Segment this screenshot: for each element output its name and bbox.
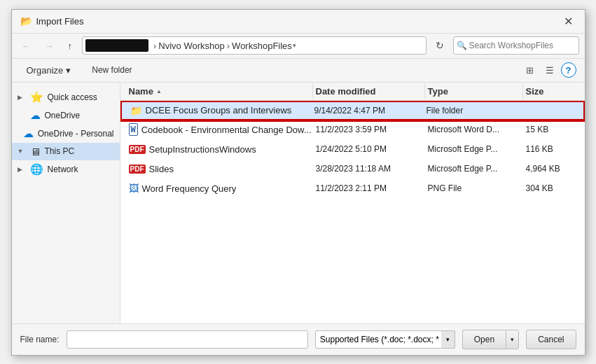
address-parts: › Nvivo Workshop › WorkshopFiles ▾ <box>85 39 423 52</box>
file-name-cell: W Codebook - Environmental Change Dow... <box>126 122 313 137</box>
header-name[interactable]: Name ▲ <box>126 84 313 99</box>
file-size-cell: 4,964 KB <box>523 162 579 175</box>
file-list: 📁 DCEE Focus Groups and Interviews 9/14/… <box>120 101 585 323</box>
onedrive-personal-icon: ☁ <box>23 127 34 140</box>
search-input[interactable] <box>469 41 576 50</box>
import-files-dialog: 📂 Import Files ✕ ← → ↑ › Nvivo Workshop … <box>11 9 585 356</box>
sidebar-item-label: OneDrive <box>45 111 81 120</box>
sidebar-item-label: Quick access <box>48 92 97 102</box>
open-button[interactable]: Open <box>462 330 506 349</box>
sidebar-item-onedrive-personal[interactable]: ☁ OneDrive - Personal <box>12 125 120 143</box>
close-button[interactable]: ✕ <box>561 13 576 29</box>
view-list-button[interactable]: ☰ <box>541 62 558 78</box>
file-name-cell: 📁 DCEE Focus Groups and Interviews <box>127 104 312 118</box>
refresh-button[interactable]: ↻ <box>432 38 448 52</box>
file-size-cell: 304 KB <box>523 182 579 195</box>
pdf-icon: PDF <box>129 145 146 154</box>
action-bar: Organize ▾ New folder ⊞ ☰ ? <box>12 59 585 83</box>
search-box[interactable]: 🔍 <box>453 36 579 55</box>
header-size[interactable]: Size <box>523 84 579 99</box>
organize-button[interactable]: Organize ▾ <box>20 63 78 78</box>
expand-icon: ▼ <box>18 148 26 155</box>
dialog-title: Import Files <box>36 16 84 27</box>
word-icon: W <box>129 123 138 136</box>
file-type-cell: File folder <box>424 104 522 117</box>
this-pc-icon: 🖥 <box>30 146 41 158</box>
forward-button[interactable]: → <box>41 38 58 53</box>
file-date-cell: 11/2/2023 2:11 PM <box>313 182 425 195</box>
cancel-button[interactable]: Cancel <box>526 330 576 349</box>
file-type-cell: PNG File <box>425 182 523 195</box>
sort-arrow-icon: ▲ <box>156 88 162 94</box>
file-type-dropdown[interactable]: Supported Files (*.doc; *.docx; * <box>315 330 455 349</box>
back-button[interactable]: ← <box>18 38 35 53</box>
open-dropdown-button[interactable]: ▾ <box>506 330 519 349</box>
file-type-cell: Microsoft Edge P... <box>425 162 523 175</box>
file-date-cell: 9/14/2022 4:47 PM <box>312 104 424 117</box>
file-type-dropdown-wrapper: Supported Files (*.doc; *.docx; * ▾ <box>315 330 455 349</box>
bottom-bar: File name: Supported Files (*.doc; *.doc… <box>12 323 585 355</box>
view-grid-button[interactable]: ⊞ <box>522 62 539 78</box>
header-type[interactable]: Type <box>425 84 523 99</box>
network-icon: 🌐 <box>30 163 43 176</box>
file-size-cell: 116 KB <box>523 143 579 155</box>
file-date-cell: 1/24/2022 5:10 PM <box>313 143 425 155</box>
header-date-modified[interactable]: Date modified <box>313 84 425 99</box>
file-header: Name ▲ Date modified Type Size <box>120 83 585 101</box>
table-row[interactable]: W Codebook - Environmental Change Dow...… <box>120 120 585 140</box>
dialog-title-icon: 📂 <box>20 15 32 27</box>
address-bar[interactable]: › Nvivo Workshop › WorkshopFiles ▾ <box>82 36 427 55</box>
title-bar: 📂 Import Files ✕ <box>12 10 585 34</box>
table-row[interactable]: 📁 DCEE Focus Groups and Interviews 9/14/… <box>120 101 585 120</box>
sidebar-item-label: This PC <box>45 146 75 156</box>
new-folder-button[interactable]: New folder <box>85 63 138 77</box>
file-area: Name ▲ Date modified Type Size 📁 <box>120 83 585 323</box>
view-controls: ⊞ ☰ ? <box>522 62 576 78</box>
quick-access-icon: ⭐ <box>30 91 43 104</box>
pdf-icon: PDF <box>129 164 146 174</box>
file-name-input[interactable] <box>67 330 308 349</box>
title-bar-left: 📂 Import Files <box>20 15 84 27</box>
address-breadcrumb2: WorkshopFiles <box>232 41 292 51</box>
action-buttons: Open ▾ <box>462 330 519 349</box>
file-date-cell: 3/28/2023 11:18 AM <box>313 162 425 175</box>
sidebar-item-label: OneDrive - Personal <box>38 129 114 139</box>
address-breadcrumb1: Nvivo Workshop <box>158 41 224 51</box>
up-button[interactable]: ↑ <box>64 38 77 53</box>
image-icon: 🖼 <box>129 183 139 194</box>
help-button[interactable]: ? <box>561 62 576 78</box>
sidebar-item-quick-access[interactable]: ▶ ⭐ Quick access <box>12 88 120 106</box>
file-date-cell: 11/2/2023 3:59 PM <box>313 123 425 136</box>
sidebar-item-label: Network <box>48 164 78 174</box>
file-type-cell: Microsoft Word D... <box>425 123 523 136</box>
address-dropdown-icon: ▾ <box>293 42 296 49</box>
onedrive-icon: ☁ <box>30 109 41 122</box>
file-name-label: File name: <box>20 335 60 344</box>
search-icon: 🔍 <box>457 41 467 50</box>
sidebar-item-this-pc[interactable]: ▼ 🖥 This PC <box>12 143 120 160</box>
navigation-toolbar: ← → ↑ › Nvivo Workshop › WorkshopFiles ▾… <box>12 34 585 59</box>
file-name-cell: PDF Slides <box>126 162 313 176</box>
sidebar-item-onedrive[interactable]: ☁ OneDrive <box>12 106 120 125</box>
file-size-cell <box>522 109 578 112</box>
table-row[interactable]: PDF SetupInstructionsWindows 1/24/2022 5… <box>120 140 585 160</box>
file-name-cell: 🖼 Word Frequency Query <box>126 181 313 195</box>
file-size-cell: 15 KB <box>523 123 579 136</box>
file-name-cell: PDF SetupInstructionsWindows <box>126 143 313 156</box>
file-type-cell: Microsoft Edge P... <box>425 143 523 155</box>
table-row[interactable]: 🖼 Word Frequency Query 11/2/2023 2:11 PM… <box>120 179 585 199</box>
expand-icon: ▶ <box>18 94 26 101</box>
expand-icon: ▶ <box>18 166 26 173</box>
sidebar: ▶ ⭐ Quick access ☁ OneDrive ☁ OneDrive -… <box>12 83 120 323</box>
sidebar-item-network[interactable]: ▶ 🌐 Network <box>12 160 120 178</box>
main-content: ▶ ⭐ Quick access ☁ OneDrive ☁ OneDrive -… <box>12 83 585 323</box>
table-row[interactable]: PDF Slides 3/28/2023 11:18 AM Microsoft … <box>120 160 585 179</box>
folder-icon: 📁 <box>130 105 142 116</box>
address-root <box>85 39 148 52</box>
